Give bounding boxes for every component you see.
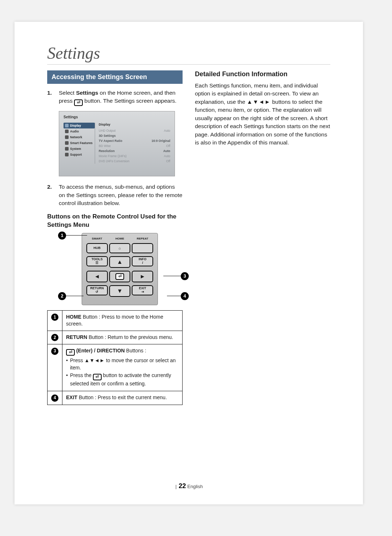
- up-button: ▲: [109, 256, 131, 268]
- enter-icon: ⏎: [74, 99, 83, 106]
- enter-icon: ⏎: [66, 349, 75, 356]
- callout-2: 2: [58, 292, 83, 300]
- hub-button: HUB: [86, 243, 108, 253]
- callout-1: 1: [58, 232, 87, 240]
- home-button: ⌂: [109, 243, 131, 253]
- page-language: English: [187, 484, 203, 489]
- return-icon: ↺: [95, 290, 98, 294]
- step-2: 2. To access the menus, sub-menus, and o…: [47, 183, 183, 207]
- tools-button: TOOLS☰: [86, 256, 108, 266]
- manual-page: Settings Accessing the Settings Screen 1…: [15, 22, 363, 504]
- return-button: RETURN↺: [86, 285, 108, 295]
- audio-icon: [65, 130, 69, 133]
- callout-3: 3: [163, 272, 189, 280]
- sidebar-smart: Smart Features: [64, 140, 95, 146]
- sidebar-network: Network: [64, 134, 95, 140]
- repeat-button: [132, 243, 153, 253]
- exit-icon: ⇥: [141, 290, 144, 294]
- screenshot-title: Settings: [64, 115, 170, 119]
- home-icon: ⌂: [119, 246, 121, 250]
- smart-icon: [65, 141, 69, 145]
- remote-body: SMART HOME REPEAT HUB ⌂ TOOLS☰ ▲ INFOi: [82, 233, 158, 305]
- screenshot-sidebar: Display Audio Network Smart Features Sys…: [64, 123, 95, 164]
- exit-button: EXIT⇥: [132, 285, 153, 295]
- enter-button: ⏎: [109, 271, 131, 282]
- page-footer: | 22 English: [15, 482, 363, 490]
- enter-icon: ⏎: [93, 374, 102, 380]
- section-header: Accessing the Settings Screen: [47, 70, 183, 84]
- support-icon: [65, 153, 69, 156]
- table-row: 4 EXIT Button : Press to exit the curren…: [48, 391, 183, 405]
- info-icon: i: [142, 261, 143, 265]
- content-columns: Accessing the Settings Screen 1. Select …: [47, 70, 330, 405]
- callout-ref-2: 2: [51, 334, 58, 341]
- sidebar-support: Support: [64, 152, 95, 157]
- chapter-title-bar: Settings: [47, 44, 330, 65]
- info-button: INFOi: [132, 256, 153, 266]
- page-number: 22: [179, 482, 186, 490]
- chapter-title: Settings: [47, 44, 330, 63]
- sidebar-display: Display: [64, 123, 95, 128]
- step-number: 1.: [47, 89, 55, 106]
- sidebar-system: System: [64, 146, 95, 152]
- tools-icon: ☰: [95, 261, 98, 265]
- callout-ref-1: 1: [51, 314, 58, 321]
- table-row: 3 ⏎ (Enter) / DIRECTION Buttons : Press …: [48, 344, 183, 391]
- callout-ref-3: 3: [51, 348, 58, 355]
- right-column: Detailed Function Information Each Setti…: [195, 70, 330, 405]
- display-icon: [65, 124, 69, 127]
- remote-diagram: 1 2 3 4 SMART HOME REPEAT HUB ⌂: [58, 233, 181, 305]
- screenshot-panel: Display UHD OutputAuto 3D Settings TV As…: [95, 123, 170, 164]
- step-1-text: Select Settings on the Home screen, and …: [59, 89, 183, 106]
- down-button: ▼: [109, 285, 131, 297]
- settings-screenshot: Settings Display Audio Network Smart Fea…: [59, 111, 175, 176]
- up-icon: ▲: [117, 259, 123, 265]
- enter-icon: ⏎: [115, 273, 124, 280]
- left-column: Accessing the Settings Screen 1. Select …: [47, 70, 183, 405]
- step-2-text: To access the menus, sub-menus, and opti…: [59, 183, 183, 207]
- right-button: ►: [132, 271, 153, 282]
- left-button: ◄: [86, 271, 108, 282]
- right-header: Detailed Function Information: [195, 70, 330, 78]
- callout-4: 4: [167, 292, 189, 300]
- table-row: 1 HOME Button : Press to move to the Hom…: [48, 310, 183, 331]
- right-body-text: Each Settings function, menu item, and i…: [195, 82, 330, 147]
- step-number: 2.: [47, 183, 55, 207]
- direction-arrows: ▲▼◄►: [247, 99, 270, 105]
- table-row: 2 RETURN Button : Return to the previous…: [48, 331, 183, 344]
- left-icon: ◄: [94, 273, 100, 280]
- sidebar-audio: Audio: [64, 128, 95, 134]
- button-description-table: 1 HOME Button : Press to move to the Hom…: [47, 310, 183, 405]
- callout-ref-4: 4: [51, 394, 58, 402]
- down-icon: ▼: [117, 288, 123, 294]
- right-icon: ►: [140, 273, 146, 280]
- remote-sub-header: Buttons on the Remote Control Used for t…: [47, 213, 183, 229]
- step-1: 1. Select Settings on the Home screen, a…: [47, 89, 183, 106]
- system-icon: [65, 147, 69, 151]
- network-icon: [65, 135, 69, 139]
